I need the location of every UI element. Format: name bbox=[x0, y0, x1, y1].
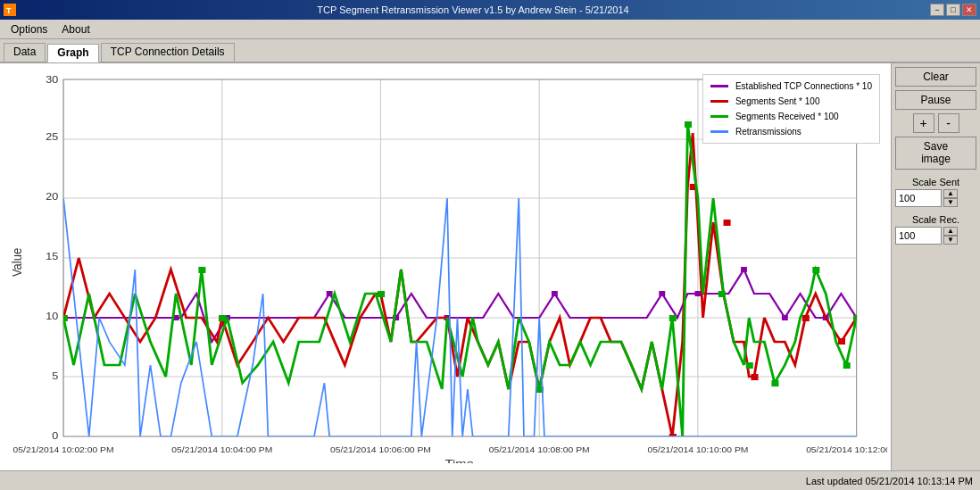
menu-bar: Options About bbox=[0, 20, 980, 39]
scale-rec-row: ▲ ▼ bbox=[895, 227, 976, 245]
svg-rect-40 bbox=[694, 291, 701, 296]
menu-about[interactable]: About bbox=[54, 21, 96, 37]
svg-rect-65 bbox=[771, 380, 778, 386]
close-button[interactable]: ✕ bbox=[962, 4, 976, 16]
svg-text:05/21/2014 10:04:00 PM: 05/21/2014 10:04:00 PM bbox=[171, 445, 272, 454]
svg-rect-57 bbox=[198, 267, 205, 273]
svg-rect-61 bbox=[669, 315, 677, 321]
svg-text:05/21/2014 10:10:00 PM: 05/21/2014 10:10:00 PM bbox=[647, 445, 748, 454]
legend-label-retrans: Retransmissions bbox=[735, 124, 801, 139]
title-bar-left: T bbox=[4, 4, 16, 16]
status-text: Last updated 05/21/2014 10:13:14 PM bbox=[806, 476, 973, 486]
legend-item-retrans: Retransmissions bbox=[710, 124, 872, 139]
scale-rec-down[interactable]: ▼ bbox=[943, 236, 958, 245]
scale-sent-group: Scale Sent ▲ ▼ bbox=[895, 177, 976, 207]
legend-item-received: Segments Received * 100 bbox=[710, 109, 872, 124]
zoom-out-button[interactable]: - bbox=[938, 113, 959, 133]
scale-sent-down[interactable]: ▼ bbox=[943, 198, 958, 207]
svg-rect-64 bbox=[746, 362, 753, 369]
maximize-button[interactable]: □ bbox=[946, 4, 960, 16]
svg-text:Time: Time bbox=[444, 457, 474, 463]
title-bar: T TCP Segment Retransmission Viewer v1.5… bbox=[0, 0, 980, 20]
scale-sent-row: ▲ ▼ bbox=[895, 189, 976, 207]
legend-label-established: Established TCP Connections * 10 bbox=[735, 79, 872, 94]
status-bar: Last updated 05/21/2014 10:13:14 PM bbox=[0, 470, 980, 490]
legend-item-sent: Segments Sent * 100 bbox=[710, 94, 872, 109]
svg-rect-35 bbox=[327, 291, 333, 296]
svg-text:T: T bbox=[6, 6, 12, 15]
tabs: Data Graph TCP Connection Details bbox=[0, 39, 980, 62]
y-axis-label: Value bbox=[9, 248, 24, 277]
svg-rect-67 bbox=[843, 362, 851, 369]
tab-data[interactable]: Data bbox=[4, 43, 46, 62]
tab-connection-details[interactable]: TCP Connection Details bbox=[101, 43, 235, 62]
save-image-button[interactable]: Saveimage bbox=[895, 137, 976, 170]
scale-sent-input[interactable] bbox=[895, 189, 942, 207]
svg-rect-39 bbox=[659, 291, 665, 296]
scale-sent-label: Scale Sent bbox=[895, 177, 976, 187]
clear-button[interactable]: Clear bbox=[895, 67, 976, 87]
window-controls: − □ ✕ bbox=[930, 4, 976, 16]
svg-text:10: 10 bbox=[46, 311, 58, 322]
scale-rec-group: Scale Rec. ▲ ▼ bbox=[895, 214, 976, 245]
scale-rec-input[interactable] bbox=[895, 227, 942, 245]
svg-rect-52 bbox=[752, 374, 759, 380]
svg-rect-66 bbox=[812, 267, 819, 273]
window-title: TCP Segment Retransmission Viewer v1.5 b… bbox=[16, 4, 930, 15]
svg-rect-59 bbox=[378, 291, 385, 297]
svg-rect-54 bbox=[838, 338, 845, 345]
scale-sent-up[interactable]: ▲ bbox=[943, 189, 958, 198]
tab-graph[interactable]: Graph bbox=[47, 44, 98, 62]
minimize-button[interactable]: − bbox=[930, 4, 944, 16]
pause-button[interactable]: Pause bbox=[895, 90, 976, 110]
chart-legend: Established TCP Connections * 10 Segment… bbox=[702, 74, 880, 144]
svg-text:0: 0 bbox=[52, 430, 58, 442]
app-icon: T bbox=[4, 4, 16, 16]
scale-sent-arrows: ▲ ▼ bbox=[943, 189, 958, 207]
svg-rect-53 bbox=[802, 315, 810, 321]
svg-text:05/21/2014 10:12:00 PM: 05/21/2014 10:12:00 PM bbox=[806, 445, 887, 454]
zoom-in-button[interactable]: + bbox=[913, 113, 934, 133]
svg-rect-62 bbox=[685, 121, 692, 128]
scale-rec-label: Scale Rec. bbox=[895, 214, 976, 225]
menu-options[interactable]: Options bbox=[4, 21, 54, 37]
svg-text:5: 5 bbox=[52, 370, 58, 382]
svg-rect-58 bbox=[219, 315, 226, 321]
legend-item-established: Established TCP Connections * 10 bbox=[710, 79, 872, 94]
legend-label-sent: Segments Sent * 100 bbox=[735, 94, 820, 109]
svg-text:05/21/2014 10:08:00 PM: 05/21/2014 10:08:00 PM bbox=[489, 445, 590, 454]
chart-area: Value 0 5 10 15 20 25 30 bbox=[0, 63, 891, 470]
svg-text:30: 30 bbox=[46, 74, 58, 86]
svg-text:25: 25 bbox=[46, 131, 58, 143]
svg-text:20: 20 bbox=[46, 191, 58, 203]
scale-rec-arrows: ▲ ▼ bbox=[943, 227, 958, 245]
scale-rec-up[interactable]: ▲ bbox=[943, 227, 958, 236]
legend-label-received: Segments Received * 100 bbox=[735, 109, 839, 124]
right-panel: Clear Pause + - Saveimage Scale Sent ▲ ▼… bbox=[891, 63, 980, 470]
svg-rect-41 bbox=[741, 267, 747, 272]
svg-rect-42 bbox=[782, 315, 788, 320]
main-content: Value 0 5 10 15 20 25 30 bbox=[0, 62, 980, 470]
svg-rect-51 bbox=[724, 220, 731, 226]
svg-text:05/21/2014 10:06:00 PM: 05/21/2014 10:06:00 PM bbox=[330, 445, 431, 454]
zoom-controls: + - bbox=[895, 113, 976, 133]
svg-rect-63 bbox=[718, 291, 726, 297]
svg-rect-38 bbox=[552, 291, 558, 296]
svg-text:05/21/2014 10:02:00 PM: 05/21/2014 10:02:00 PM bbox=[13, 445, 114, 454]
svg-text:15: 15 bbox=[46, 251, 58, 262]
